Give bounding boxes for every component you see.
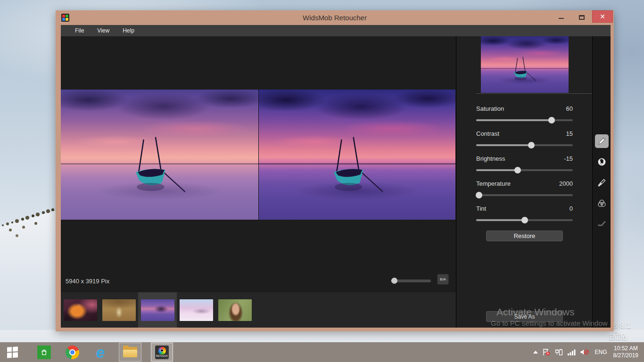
thumbnail-cat-in-grass[interactable] (99, 292, 138, 328)
film-pack-tool-button[interactable] (595, 217, 609, 230)
chrome-taskbar-button[interactable] (63, 342, 81, 362)
thumbnail-clownfish[interactable] (61, 292, 99, 328)
thumbnail-sunset-boat-selected[interactable] (138, 292, 177, 328)
retoucher-taskbar-button[interactable]: RETOUCH (151, 343, 173, 362)
internet-explorer-taskbar-button[interactable]: e (91, 342, 109, 362)
brightness-slider-group: Brightness -15 (476, 154, 573, 178)
taskbar-clock[interactable]: 10:52 AM 8/27/2019 (613, 345, 638, 359)
saturation-slider-group: Saturation 60 (476, 104, 573, 128)
temperature-slider-thumb[interactable] (476, 192, 482, 198)
volume-muted-icon[interactable] (580, 348, 589, 356)
contrast-slider[interactable] (476, 144, 573, 146)
clock-date: 8/27/2019 (613, 352, 638, 359)
adjustment-panel: Saturation 60 Contrast 15 (456, 36, 592, 328)
temperature-slider-group: Temperature 2000 (476, 179, 573, 203)
folder-icon (123, 347, 137, 357)
thumbnail-image (141, 299, 174, 321)
title-bar[interactable]: WidsMob Retoucher ✕ (56, 10, 614, 25)
file-explorer-taskbar-button[interactable] (119, 343, 141, 362)
app-icon[interactable] (61, 14, 69, 22)
thumbnail-snow-landscape[interactable] (177, 292, 215, 328)
color-filter-tool-button[interactable] (595, 197, 609, 210)
language-indicator[interactable]: ENG (595, 349, 607, 355)
thumbnail-image (218, 299, 252, 321)
before-image (61, 90, 258, 220)
start-button[interactable] (0, 342, 25, 362)
zoom-slider[interactable] (391, 280, 431, 282)
chrome-icon (66, 346, 79, 359)
contrast-slider-thumb[interactable] (528, 142, 535, 148)
boat-silhouette (126, 136, 185, 193)
menu-help[interactable]: Help (116, 25, 141, 36)
contrast-value: 15 (566, 130, 573, 137)
app-window: WidsMob Retoucher ✕ File View Help (56, 10, 614, 331)
contrast-slider-group: Contrast 15 (476, 129, 573, 153)
saturation-slider[interactable] (476, 119, 573, 121)
maximize-button[interactable] (571, 10, 592, 23)
tint-slider[interactable] (476, 219, 573, 221)
tool-strip (592, 36, 611, 328)
saturation-slider-thumb[interactable] (548, 117, 555, 123)
power-battery-icon[interactable] (554, 348, 563, 356)
edit-pencil-tool-button[interactable] (595, 134, 609, 148)
tint-value: 0 (570, 205, 573, 212)
filmstrip (61, 292, 456, 328)
after-image (258, 90, 455, 220)
windows-store-taskbar-button[interactable] (35, 342, 53, 362)
image-canvas: 5940 x 3919 Pix B/A (61, 36, 456, 328)
window-title: WidsMob Retoucher (56, 14, 614, 22)
tint-slider-group: Tint 0 (476, 204, 573, 228)
network-signal-icon[interactable] (567, 349, 576, 356)
desktop-wallpaper-trees (2, 224, 4, 226)
desktop: s 8.1 Pro Build 9600 WidsMob Retoucher ✕… (0, 0, 644, 362)
save-as-button[interactable]: Save As (486, 311, 563, 322)
color-circles-icon (597, 198, 607, 208)
menu-file[interactable]: File (68, 25, 91, 36)
boat-silhouette (510, 57, 536, 82)
temperature-slider[interactable] (476, 194, 573, 196)
temperature-label: Temperature (476, 180, 511, 187)
zoom-slider-thumb[interactable] (391, 278, 397, 284)
internet-explorer-icon: e (96, 346, 105, 359)
portrait-retouch-tool-button[interactable] (595, 155, 609, 169)
thumbnail-image (102, 299, 136, 321)
menu-bar: File View Help (61, 25, 611, 36)
saturation-value: 60 (566, 105, 573, 112)
clock-time: 10:52 AM (614, 345, 638, 352)
tint-slider-thumb[interactable] (521, 217, 528, 223)
minimize-button[interactable] (551, 10, 571, 23)
film-strip-icon (597, 219, 607, 229)
brightness-slider[interactable] (476, 169, 573, 171)
boat-silhouette (324, 136, 383, 193)
show-hidden-icons-button[interactable] (533, 351, 538, 354)
tint-label: Tint (476, 205, 486, 212)
saturation-label: Saturation (476, 105, 504, 112)
restore-button[interactable]: Restore (486, 230, 563, 241)
effect-brush-tool-button[interactable] (595, 176, 609, 189)
brightness-value: -15 (564, 155, 573, 162)
panel-divider (476, 93, 592, 94)
action-center-flag-icon[interactable] (542, 348, 550, 356)
portrait-face-icon (597, 157, 607, 167)
thumbnail-image (64, 299, 97, 321)
contrast-label: Contrast (476, 130, 499, 137)
pencil-icon (597, 136, 607, 146)
before-after-toggle-button[interactable]: B/A (437, 274, 449, 285)
store-icon (37, 346, 51, 359)
thumbnail-woman-portrait[interactable] (215, 292, 254, 328)
image-resolution-label: 5940 x 3919 Pix (66, 278, 109, 285)
retoucher-icon: RETOUCH (155, 346, 169, 359)
taskbar: e RETOUCH (0, 342, 644, 362)
windows-logo-icon (7, 346, 18, 358)
thumbnail-image (180, 299, 213, 321)
paint-brush-icon (597, 178, 607, 188)
brightness-label: Brightness (476, 155, 505, 162)
navigator-preview (481, 36, 569, 93)
brightness-slider-thumb[interactable] (514, 167, 521, 173)
close-button[interactable]: ✕ (592, 10, 613, 23)
temperature-value: 2000 (559, 180, 573, 187)
menu-view[interactable]: View (91, 25, 116, 36)
